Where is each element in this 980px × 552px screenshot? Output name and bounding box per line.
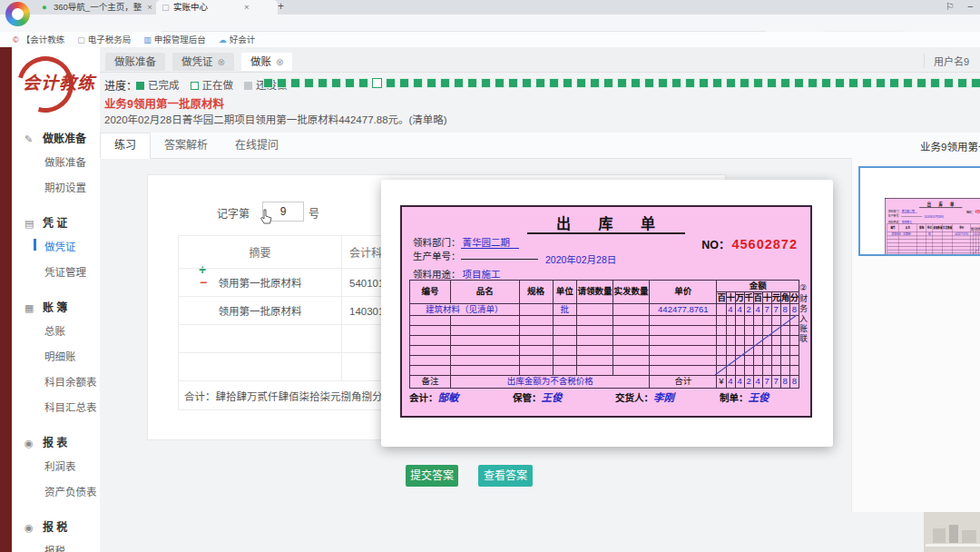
doc-dept-line: 领料部门：菁华园二期: [413, 235, 519, 249]
browser-360-logo[interactable]: [5, 2, 30, 26]
tax-icon: ◉: [24, 522, 37, 534]
doc-total-digit: 2: [744, 376, 753, 389]
progress-square: [712, 78, 722, 88]
doc-number: NO：45602872: [701, 235, 798, 252]
doc-amount-digit: 8: [780, 304, 789, 316]
legend-item: 已完成: [136, 80, 180, 91]
progress-square: [930, 78, 940, 88]
sidebar-section-title: 做账准备: [43, 133, 86, 145]
tab2-title: 实账中心: [173, 2, 208, 12]
report-icon: ◉: [24, 438, 37, 449]
app-logo[interactable]: 会计教练: [12, 47, 100, 115]
bookmark-label: 申报管理后台: [154, 34, 206, 44]
task-title: 业务9领用第一批原材料: [104, 94, 224, 112]
doc-amount-digit: 7: [771, 304, 780, 316]
progress-square: [780, 78, 790, 88]
app-tab-做账[interactable]: 做账⊗: [241, 53, 292, 71]
progress-square: [726, 78, 736, 88]
voucher-summary-cell[interactable]: [179, 353, 342, 381]
doc-amount-digit: 4: [726, 304, 735, 316]
doc-col-请领数量: 请领数量: [576, 281, 612, 304]
sidebar-item-资产负债表[interactable]: 资产负债表: [12, 478, 100, 504]
app-tab-做账准备[interactable]: 做账准备: [105, 53, 165, 71]
progress-square: [549, 78, 559, 88]
progress-square: [454, 78, 464, 88]
browser-toolbar: ‹ › ↻ ⌂ ↺ ☆ ⊕☒sc.kjjl100.com/WebTemplate…: [0, 15, 980, 32]
content-tab-练习[interactable]: 练习: [100, 133, 151, 159]
bookmark-item[interactable]: ▥申报管理后台: [143, 32, 206, 48]
progress-square: [617, 78, 627, 88]
progress-square: [903, 78, 913, 88]
ledger-icon: ▦: [24, 302, 37, 314]
doc-item-unit: 批: [553, 304, 576, 316]
doc-date: 2020年02月28日: [545, 252, 616, 266]
progress-square: [399, 78, 409, 88]
doc-signature-name: 王俊: [749, 391, 769, 404]
cursor-hand-icon: [260, 209, 274, 225]
progress-square: [426, 78, 436, 88]
doc-total-digit: 4: [735, 376, 744, 389]
sidebar-item-科目汇总表[interactable]: 科目汇总表: [12, 394, 100, 419]
grid-blue-icon: ▥: [143, 35, 152, 44]
doc-col-编号: 编号: [887, 223, 898, 232]
minimize-icon[interactable]: −: [967, 0, 973, 15]
sidebar-item-科目余额表[interactable]: 科目余额表: [12, 369, 100, 394]
progress-square: [916, 78, 926, 88]
progress-square: [358, 78, 368, 88]
doc-col-单位: 单位: [553, 281, 576, 304]
tab-close-icon[interactable]: ⊗: [276, 57, 283, 67]
sidebar-item-明细账[interactable]: 明细账: [12, 343, 100, 369]
doc-note-text: 出库金额为不含税价格: [451, 376, 650, 389]
doc-signature-name: 王俊: [542, 391, 563, 404]
view-answer-button[interactable]: 查看答案: [478, 465, 533, 487]
sidebar-item-期初设置[interactable]: 期初设置: [12, 174, 100, 200]
doc-total-digit: 8: [780, 376, 789, 389]
content-tab-答案解析[interactable]: 答案解析: [151, 133, 221, 158]
sidebar-item-做账准备[interactable]: 做账准备: [12, 149, 100, 174]
progress-square: [535, 78, 545, 88]
doc-item-name: 建筑材料（见清单）: [410, 304, 520, 316]
voucher-summary-cell[interactable]: 领用第一批原材料: [179, 269, 342, 297]
bookmark-item[interactable]: ☁好会计: [219, 32, 256, 48]
tab1-close-icon[interactable]: ×: [147, 2, 152, 12]
bookmarks-bar: ©【会计教练▢电子税务局▥申报管理后台☁好会计: [0, 32, 980, 48]
progress-square: [263, 78, 273, 88]
voucher-summary-cell[interactable]: [179, 325, 342, 353]
browser-tab-1[interactable]: ●360导航_一个主页，整×: [36, 0, 163, 15]
sidebar-section-做账准备: ✎做账准备: [24, 130, 100, 145]
voucher-summary-cell[interactable]: 领用第一批原材料: [179, 297, 342, 325]
progress-label: 进度：: [104, 77, 137, 93]
browser-tab-2[interactable]: ▢实账中心×: [156, 0, 278, 15]
doc-date: 2020年02月28日: [925, 214, 944, 219]
progress-square: [685, 78, 695, 88]
thumbnail-document: 出 库 单 NO：45602872 领料部门：菁华园二期 生产单号： 2020年…: [885, 198, 980, 256]
sidebar-item-利润表[interactable]: 利润表: [12, 453, 100, 478]
document-thumbnail[interactable]: 出 库 单 NO：45602872 领料部门：菁华园二期 生产单号： 2020年…: [858, 166, 980, 256]
app-tab-做凭证[interactable]: 做凭证⊗: [172, 53, 234, 71]
progress-square: [671, 78, 681, 88]
bookmark-item[interactable]: ▢电子税务局: [77, 32, 131, 48]
content-tab-在线提问[interactable]: 在线提问: [221, 133, 292, 158]
tab2-favicon: ▢: [162, 0, 170, 15]
progress-square: [576, 78, 586, 88]
flag-icon[interactable]: ⚐: [946, 0, 955, 15]
sidebar-item-总账[interactable]: 总账: [12, 318, 100, 343]
progress-square: [808, 78, 818, 88]
voucher-col-summary: 摘要: [179, 236, 342, 269]
app-tab-label: 做账: [250, 56, 271, 67]
doc-amount-digit: 7: [762, 304, 771, 316]
doc-amount-unit: 十: [762, 292, 771, 304]
submit-answer-button[interactable]: 提交答案: [406, 465, 458, 487]
progress-square: [372, 78, 382, 88]
tab-close-icon[interactable]: ⊗: [218, 57, 225, 67]
sidebar-item-做凭证[interactable]: 做凭证: [12, 233, 100, 259]
sidebar-item-凭证管理[interactable]: 凭证管理: [12, 259, 100, 284]
tab2-close-icon[interactable]: ×: [244, 2, 250, 12]
progress-square: [345, 78, 355, 88]
new-tab-button[interactable]: +: [278, 0, 284, 15]
sidebar-item-报税[interactable]: 报税: [12, 537, 100, 552]
doc-usage-line: 领料用途：项目施工: [413, 267, 510, 281]
user-label[interactable]: 用户名9: [924, 54, 969, 68]
bookmark-item[interactable]: ©【会计教练: [13, 32, 64, 48]
progress-square: [767, 78, 777, 88]
